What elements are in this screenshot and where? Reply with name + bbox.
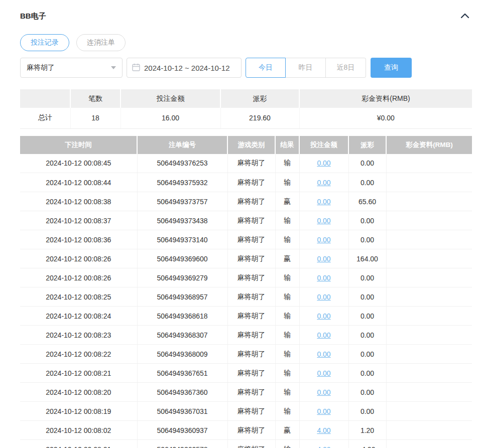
record-bet-link[interactable]: 0.00 xyxy=(317,236,330,244)
record-bet-link[interactable]: 0.00 xyxy=(317,217,330,225)
summary-total-row: 总计 18 16.00 219.60 ¥0.00 xyxy=(20,108,472,128)
record-bet-link[interactable]: 0.00 xyxy=(317,350,330,358)
record-result: 输 xyxy=(275,345,299,364)
record-bet-link[interactable]: 0.00 xyxy=(317,369,330,377)
record-payout: 0.00 xyxy=(348,383,386,402)
tab-bet-records[interactable]: 投注记录 xyxy=(20,34,69,51)
record-bet-link[interactable]: 0.00 xyxy=(317,159,330,167)
record-bet-link[interactable]: 0.00 xyxy=(317,179,330,187)
record-bonus xyxy=(386,345,472,364)
record-result: 输 xyxy=(275,173,299,192)
record-bet-cell: 0.00 xyxy=(299,402,348,421)
record-bet-link[interactable]: 0.00 xyxy=(317,274,330,282)
record-payout: 0.00 xyxy=(348,345,386,364)
record-bet-link[interactable]: 0.00 xyxy=(317,293,330,301)
record-game: 麻将胡了 xyxy=(227,364,275,383)
record-order-no: 5064949360578 xyxy=(137,440,227,448)
record-bonus xyxy=(386,326,472,345)
tab-bet-records-label: 投注记录 xyxy=(31,38,59,47)
range-last8days-button[interactable]: 近8日 xyxy=(326,58,366,78)
record-order-no: 5064949369600 xyxy=(137,249,227,268)
record-row: 2024-10-12 00:08:45 5064949376253 麻将胡了 输… xyxy=(20,154,472,173)
game-select[interactable]: 麻将胡了 xyxy=(20,58,123,78)
records-header-game: 游戏类别 xyxy=(227,136,275,154)
record-game: 麻将胡了 xyxy=(227,173,275,192)
record-row: 2024-10-12 00:08:20 5064949367360 麻将胡了 输… xyxy=(20,383,472,402)
record-bonus xyxy=(386,249,472,268)
record-game: 麻将胡了 xyxy=(227,268,275,287)
range-yesterday-button[interactable]: 昨日 xyxy=(286,58,326,78)
summary-header-bet-amount: 投注金额 xyxy=(121,89,220,108)
record-bet-cell: 0.00 xyxy=(299,173,348,192)
record-order-no: 5064949373438 xyxy=(137,211,227,230)
record-bonus xyxy=(386,268,472,287)
summary-total-bonus: ¥0.00 xyxy=(299,108,472,128)
range-yesterday-label: 昨日 xyxy=(299,63,313,72)
range-today-label: 今日 xyxy=(259,63,273,72)
query-button[interactable]: 查询 xyxy=(371,58,412,78)
date-range-input[interactable]: 2024-10-12 ~ 2024-10-12 xyxy=(127,58,242,78)
record-payout: 0.00 xyxy=(348,402,386,421)
panel-header: BB电子 xyxy=(20,0,472,22)
record-payout: 0.00 xyxy=(348,307,386,326)
record-bet-cell: 0.00 xyxy=(299,192,348,211)
record-bonus xyxy=(386,421,472,440)
record-payout: 0.00 xyxy=(348,287,386,307)
record-order-no: 5064949368618 xyxy=(137,307,227,326)
record-bonus xyxy=(386,211,472,230)
record-bet-cell: 4.00 xyxy=(299,440,348,448)
record-result: 赢 xyxy=(275,421,299,440)
record-bet-link[interactable]: 4.00 xyxy=(317,445,330,448)
record-order-no: 5064949369279 xyxy=(137,268,227,287)
record-row: 2024-10-12 00:08:19 5064949367031 麻将胡了 输… xyxy=(20,402,472,421)
record-bet-cell: 0.00 xyxy=(299,287,348,307)
summary-header-payout: 派彩 xyxy=(220,89,299,108)
range-today-button[interactable]: 今日 xyxy=(246,58,286,78)
record-game: 麻将胡了 xyxy=(227,440,275,448)
collapse-panel-button[interactable] xyxy=(459,10,471,22)
record-bonus xyxy=(386,287,472,307)
record-bet-link[interactable]: 0.00 xyxy=(317,407,330,415)
record-order-no: 5064949360937 xyxy=(137,421,227,440)
record-result: 赢 xyxy=(275,249,299,268)
record-row: 2024-10-12 00:08:22 5064949368009 麻将胡了 输… xyxy=(20,345,472,364)
record-row: 2024-10-12 00:08:38 5064949373757 麻将胡了 赢… xyxy=(20,192,472,211)
record-time: 2024-10-12 00:08:44 xyxy=(20,173,137,192)
record-game: 麻将胡了 xyxy=(227,326,275,345)
record-time: 2024-10-12 00:08:22 xyxy=(20,345,137,364)
record-bet-link[interactable]: 0.00 xyxy=(317,255,330,263)
summary-header-bonus: 彩金资料(RMB) xyxy=(299,89,472,108)
record-bet-cell: 0.00 xyxy=(299,211,348,230)
record-bet-cell: 0.00 xyxy=(299,249,348,268)
record-bet-cell: 0.00 xyxy=(299,345,348,364)
record-bonus xyxy=(386,440,472,448)
tab-cancelled-orders[interactable]: 连消注单 xyxy=(76,34,126,51)
record-bet-link[interactable]: 0.00 xyxy=(317,312,330,320)
record-bet-link[interactable]: 0.00 xyxy=(317,388,330,396)
record-order-no: 5064949368957 xyxy=(137,287,227,307)
record-bet-link[interactable]: 0.00 xyxy=(317,198,330,206)
record-game: 麻将胡了 xyxy=(227,230,275,249)
record-bonus xyxy=(386,402,472,421)
record-time: 2024-10-12 00:08:24 xyxy=(20,307,137,326)
record-row: 2024-10-12 00:08:24 5064949368618 麻将胡了 输… xyxy=(20,307,472,326)
record-bet-link[interactable]: 4.00 xyxy=(317,426,330,434)
record-time: 2024-10-12 00:08:01 xyxy=(20,440,137,448)
record-result: 输 xyxy=(275,383,299,402)
record-time: 2024-10-12 00:08:26 xyxy=(20,249,137,268)
record-bonus xyxy=(386,230,472,249)
record-bet-cell: 4.00 xyxy=(299,421,348,440)
panel-title: BB电子 xyxy=(20,12,46,21)
record-order-no: 5064949373757 xyxy=(137,192,227,211)
records-header-row: 下注时间 注单编号 游戏类别 结果 投注金额 派彩 彩金资料(RMB) xyxy=(20,136,472,154)
record-time: 2024-10-12 00:08:23 xyxy=(20,326,137,345)
records-header-result: 结果 xyxy=(275,136,299,154)
record-order-no: 5064949368009 xyxy=(137,345,227,364)
record-game: 麻将胡了 xyxy=(227,192,275,211)
filter-toolbar: 麻将胡了 2024-10-12 ~ 2024-10-12 今日 昨日 近8日 查… xyxy=(20,58,472,78)
record-game: 麻将胡了 xyxy=(227,421,275,440)
chevron-down-icon xyxy=(111,66,116,69)
record-order-no: 5064949373140 xyxy=(137,230,227,249)
record-bet-link[interactable]: 0.00 xyxy=(317,331,330,339)
record-result: 赢 xyxy=(275,192,299,211)
